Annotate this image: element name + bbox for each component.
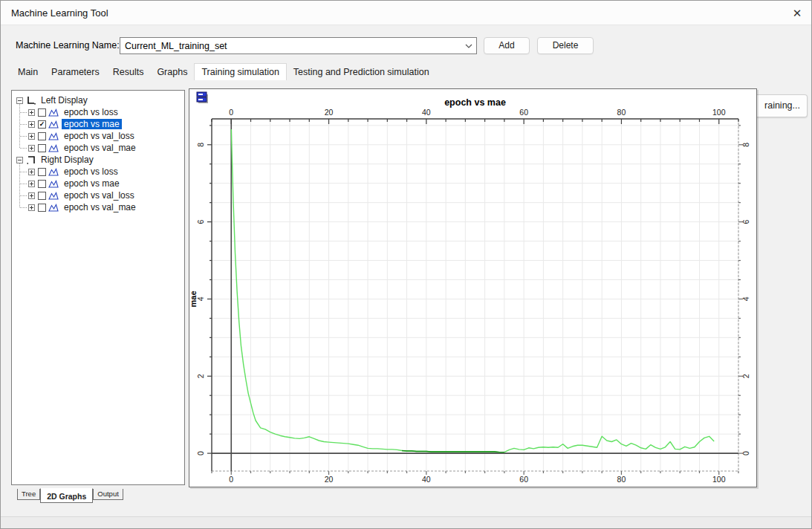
item-checkbox[interactable] xyxy=(38,168,46,176)
collapse-box-icon[interactable] xyxy=(16,157,23,163)
add-button[interactable]: Add xyxy=(484,37,530,54)
expand-box-icon[interactable] xyxy=(28,181,35,187)
right-tick-label: 8 xyxy=(741,143,750,147)
right-tick-label: 0 xyxy=(741,451,750,455)
bottom-tick-label: 80 xyxy=(617,475,626,484)
display-properties-icon[interactable] xyxy=(197,92,208,103)
tree-item-epoch-vs-loss[interactable]: epoch vs loss xyxy=(12,166,184,178)
left-tick-label: 8 xyxy=(196,143,205,147)
tree-item-label: epoch vs val_loss xyxy=(62,131,137,141)
y-axis-label: mae xyxy=(189,291,198,307)
bottom-tick-label: 0 xyxy=(229,475,233,484)
collapse-box-icon[interactable] xyxy=(16,97,23,104)
bottom-tick-label: 20 xyxy=(325,475,334,484)
tree-node-left-display[interactable]: Left Display xyxy=(12,94,184,106)
tree-item-epoch-vs-mae[interactable]: epoch vs mae xyxy=(12,178,184,189)
line-chart-icon xyxy=(48,192,59,200)
line-chart-icon xyxy=(48,168,59,176)
tree-item-epoch-vs-val-mae[interactable]: epoch vs val_mae xyxy=(12,201,184,213)
training-button-clipped[interactable]: raining... xyxy=(756,94,808,117)
icon-stripe xyxy=(198,99,203,100)
tree-item-label: epoch vs val_mae xyxy=(62,202,138,212)
expand-box-icon[interactable] xyxy=(28,109,35,116)
left-tick-label: 0 xyxy=(196,451,205,455)
tree-item-label: epoch vs loss xyxy=(62,166,120,177)
window-title: Machine Learning Tool xyxy=(11,1,108,25)
tree-node-right-display[interactable]: Right Display xyxy=(12,154,184,166)
tree-group: Left Displayepoch vs loss✓epoch vs maeep… xyxy=(12,94,184,154)
bottom-strip xyxy=(1,517,811,529)
tree-item-label: epoch vs loss xyxy=(62,107,120,117)
chart-panel[interactable]: 0020204040606080801001000022446688epoch … xyxy=(189,88,757,487)
right-tick-label: 2 xyxy=(741,374,750,378)
tab-results[interactable]: Results xyxy=(106,64,151,80)
tab-testing-and-prediction-simulation[interactable]: Testing and Prediction simulation xyxy=(287,64,436,80)
bottom-tick-label: 100 xyxy=(712,475,726,484)
main-tab-bar: MainParametersResultsGraphsTraining simu… xyxy=(11,63,436,80)
expand-box-icon[interactable] xyxy=(28,133,35,140)
line-chart-icon xyxy=(48,144,59,152)
left-axes-icon xyxy=(26,96,36,105)
tab-main[interactable]: Main xyxy=(11,64,45,80)
mae-line-overlap-segment xyxy=(402,451,504,452)
top-tick-label: 20 xyxy=(325,108,334,117)
item-checkbox[interactable] xyxy=(38,192,46,200)
expand-box-icon[interactable] xyxy=(28,121,35,128)
ml-name-input[interactable] xyxy=(120,38,459,53)
bottom-tick-label: 60 xyxy=(519,475,528,484)
tree-node-label: Left Display xyxy=(39,95,90,106)
close-icon[interactable]: ✕ xyxy=(789,5,805,22)
top-tick-label: 0 xyxy=(229,108,233,117)
titlebar: Machine Learning Tool ✕ xyxy=(1,1,811,25)
ml-name-label: Machine Learning Name: xyxy=(16,37,120,54)
top-tick-label: 80 xyxy=(617,108,626,117)
tree-item-epoch-vs-mae[interactable]: ✓epoch vs mae xyxy=(12,118,184,130)
expand-box-icon[interactable] xyxy=(28,169,35,175)
line-chart-icon xyxy=(48,120,59,129)
item-checkbox[interactable]: ✓ xyxy=(38,120,46,129)
item-checkbox[interactable] xyxy=(38,144,46,152)
top-tick-label: 40 xyxy=(422,108,431,117)
top-tick-label: 100 xyxy=(712,108,726,117)
tree-node-label: Right Display xyxy=(39,155,96,165)
tree-item-label: epoch vs mae xyxy=(62,119,122,129)
tree-item-label: epoch vs mae xyxy=(62,178,122,189)
expand-box-icon[interactable] xyxy=(28,145,35,152)
top-tick-label: 60 xyxy=(519,108,528,117)
tab-parameters[interactable]: Parameters xyxy=(45,64,106,80)
line-chart-icon xyxy=(48,204,59,212)
tree-item-label: epoch vs val_loss xyxy=(62,190,137,201)
tree-item-epoch-vs-val-loss[interactable]: epoch vs val_loss xyxy=(12,189,184,201)
bottom-tab-tree[interactable]: Tree xyxy=(17,489,40,500)
expand-box-icon[interactable] xyxy=(28,192,35,199)
right-tick-label: 4 xyxy=(741,296,750,301)
tree-item-epoch-vs-val-loss[interactable]: epoch vs val_loss xyxy=(12,130,184,142)
chevron-down-icon[interactable] xyxy=(465,43,472,49)
item-checkbox[interactable] xyxy=(38,180,46,188)
icon-stripe xyxy=(198,94,203,95)
tree-item-epoch-vs-loss[interactable]: epoch vs loss xyxy=(12,106,184,118)
line-chart-icon xyxy=(48,132,59,140)
bottom-tab-bar: Tree2D GraphsOutput xyxy=(17,489,123,503)
mae-line-series xyxy=(231,129,714,452)
item-checkbox[interactable] xyxy=(38,108,46,117)
bottom-tab-output[interactable]: Output xyxy=(93,489,123,500)
tree-item-epoch-vs-val-mae[interactable]: epoch vs val_mae xyxy=(12,142,184,154)
display-tree-panel: Left Displayepoch vs loss✓epoch vs maeep… xyxy=(11,90,185,485)
expand-box-icon[interactable] xyxy=(28,204,35,211)
bottom-tab-2d-graphs[interactable]: 2D Graphs xyxy=(40,488,93,503)
item-checkbox[interactable] xyxy=(38,204,46,212)
delete-button[interactable]: Delete xyxy=(537,37,594,54)
line-chart-icon xyxy=(48,180,59,188)
line-chart-icon xyxy=(48,108,59,117)
tab-graphs[interactable]: Graphs xyxy=(150,64,194,80)
training-chart[interactable]: 0020204040606080801001000022446688epoch … xyxy=(189,89,756,487)
item-checkbox[interactable] xyxy=(38,132,46,140)
left-tick-label: 2 xyxy=(196,374,205,378)
tree-children: epoch vs loss✓epoch vs maeepoch vs val_l… xyxy=(12,106,184,154)
tab-training-simulation[interactable]: Training simulation xyxy=(194,63,286,80)
tree-children: epoch vs lossepoch vs maeepoch vs val_lo… xyxy=(12,166,184,213)
right-tick-label: 6 xyxy=(741,220,750,224)
tree-item-label: epoch vs val_mae xyxy=(62,143,138,153)
ml-name-combobox[interactable] xyxy=(120,37,477,54)
